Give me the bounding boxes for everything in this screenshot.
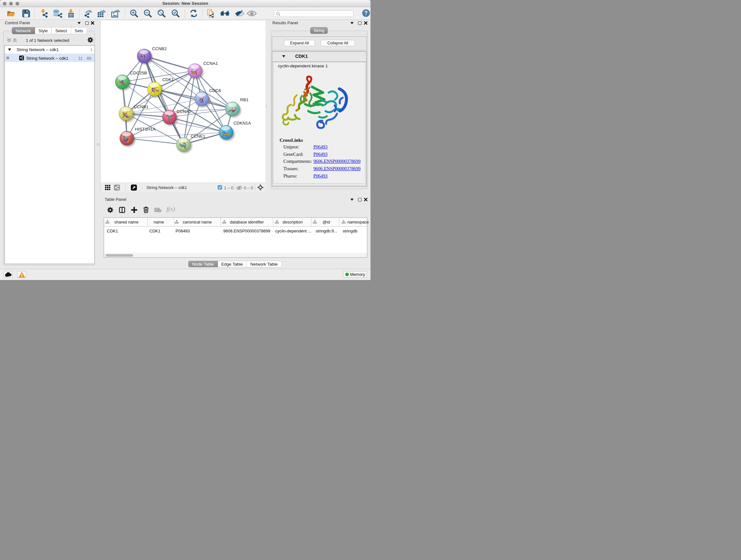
svg-text:RB1: RB1	[240, 98, 248, 102]
svg-text:CCNB1: CCNB1	[134, 105, 148, 109]
svg-text:CCNB2: CCNB2	[152, 46, 166, 51]
svg-text:CDC6: CDC6	[209, 88, 221, 93]
svg-text:CDKN1A: CDKN1A	[233, 121, 251, 125]
svg-text:CCNE1: CCNE1	[191, 134, 205, 138]
svg-text:CCNA2: CCNA2	[177, 109, 191, 114]
svg-text:HIST1H1A: HIST1H1A	[135, 127, 156, 132]
svg-text:CCNA1: CCNA1	[203, 61, 218, 65]
svg-text:CDC25B: CDC25B	[130, 71, 147, 75]
svg-text:CDK1: CDK1	[162, 77, 174, 82]
